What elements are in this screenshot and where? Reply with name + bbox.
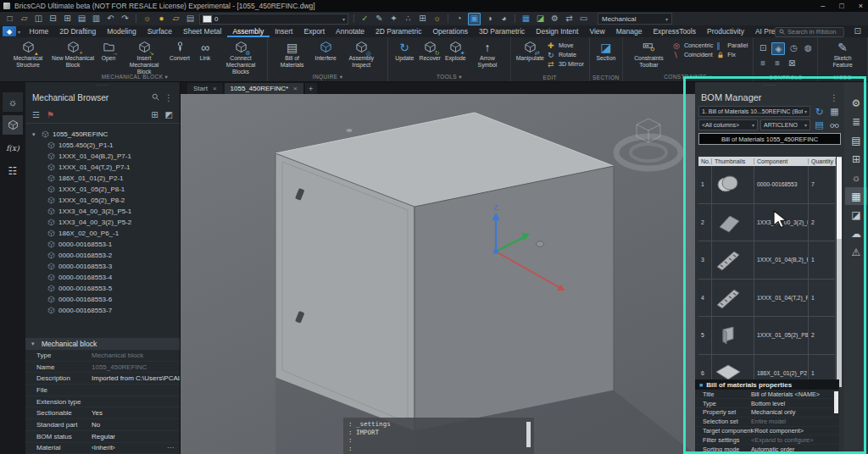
bom-row-1[interactable]: 10000-001685537 xyxy=(698,166,836,204)
recover-button[interactable]: ↻Recover xyxy=(417,39,442,62)
concentric-button[interactable]: ◎Concentric xyxy=(673,42,713,49)
bom-property-row-property-set[interactable]: Property setMechanical only xyxy=(695,408,839,418)
tree-node[interactable]: 0000-00168553-1 xyxy=(25,239,180,250)
app-menu-caret-icon[interactable]: ▾ xyxy=(18,29,20,35)
search-icon[interactable] xyxy=(152,93,159,102)
kebab-menu-icon[interactable]: ⋮ xyxy=(830,93,838,102)
close-button[interactable]: × xyxy=(859,2,863,10)
new-mechanical-block-button[interactable]: +New Mechanical Block xyxy=(50,39,96,69)
mechanical-browser-button[interactable]: ⚙ xyxy=(845,94,867,112)
bom-properties-scrollbar[interactable] xyxy=(834,391,838,413)
redo-button[interactable]: ↷ xyxy=(120,14,131,25)
rotate-button[interactable]: ↻Rotate xyxy=(548,51,584,58)
expand-all-button[interactable]: ⊞ xyxy=(151,110,158,119)
refresh-icon[interactable]: ↻ xyxy=(813,106,826,117)
bom-row-2[interactable]: 21XX3_04_00_3(2)_P52 xyxy=(698,204,836,242)
drawing-explorer-button[interactable]: ◪ xyxy=(535,14,546,25)
cabinet-model[interactable] xyxy=(275,113,614,431)
link-button[interactable]: ∞Link xyxy=(192,39,218,62)
document-tab-start[interactable]: Start× xyxy=(187,83,223,94)
bill-of-materials-button[interactable]: ▤Bill of Materials xyxy=(271,39,313,69)
tab-2d-drafting[interactable]: 2D Drafting xyxy=(54,25,102,37)
shade-mode-button[interactable]: ◔ xyxy=(453,14,465,25)
tree-root-node[interactable]: ▾1055_450REFINC xyxy=(25,129,180,140)
layers-panel-button[interactable]: ▤ xyxy=(845,131,867,149)
contrast-toggle-button[interactable]: ◩ xyxy=(165,110,173,119)
cabinet-right-face[interactable] xyxy=(415,166,614,431)
structure-tree-button[interactable]: ☷ xyxy=(3,161,23,180)
parallel-button[interactable]: ∥Parallel xyxy=(716,42,748,49)
kebab-menu-icon[interactable]: ⋮ xyxy=(164,93,173,102)
column-header-component[interactable]: Component xyxy=(754,158,809,164)
flag-filter-button[interactable]: ⚑ xyxy=(47,110,54,119)
publish-button[interactable]: ▥ xyxy=(91,14,102,25)
document-tab-1055-450refinc-[interactable]: 1055_450REFINC*× xyxy=(225,83,303,94)
tree-node[interactable]: 0000-00168553-5 xyxy=(25,283,180,294)
tree-node[interactable]: 0000-00168553-7 xyxy=(25,305,180,316)
slider-b-button[interactable]: ≡ xyxy=(771,58,783,69)
new-tab-button[interactable]: + xyxy=(305,83,317,94)
ribbon-search-input[interactable]: Search in Ribbon xyxy=(775,27,844,37)
bom-property-row-target-component[interactable]: Target component<Root component> xyxy=(695,427,839,436)
property-row-file[interactable]: File xyxy=(25,385,180,396)
column-header-no[interactable]: No. xyxy=(698,158,712,164)
dynamic-ucs-button[interactable]: ⊞ xyxy=(417,14,428,25)
slider-a-button[interactable]: ≡ xyxy=(757,58,769,69)
bom-row-3[interactable]: 31XXX_01_04(B,2)_P71 xyxy=(698,241,836,280)
settings-gear-button[interactable]: ⚙ xyxy=(549,14,560,25)
panel-grip[interactable]: ····· xyxy=(695,82,844,89)
mechanical-structure-button[interactable]: ▴Mechanical Structure xyxy=(6,39,50,69)
tree-node[interactable]: 1XX3_04_00_3(2)_P5-2 xyxy=(25,217,180,228)
ribbon-panel-toggle-icon[interactable]: ⊡ xyxy=(854,26,861,36)
fix-button[interactable]: Fix xyxy=(716,51,748,58)
properties-bulb-button[interactable]: ☼ xyxy=(3,92,23,112)
bom-row-4[interactable]: 41XXX_01_04(T,2)_P71 xyxy=(698,280,836,318)
tree-node[interactable]: 0000-00168553-3 xyxy=(25,261,180,272)
undo-button[interactable]: ↶ xyxy=(105,14,116,25)
bom-table-scrollbar[interactable] xyxy=(837,157,842,387)
property-row-sectionable[interactable]: SectionableYes xyxy=(25,407,180,419)
viewport-3d[interactable]: Z : _settings: IMPORT:: xyxy=(181,94,695,454)
workspace-dropdown[interactable]: Mechanical▾ xyxy=(598,13,672,25)
new-document-button[interactable]: □ xyxy=(4,14,15,25)
maximize-button[interactable]: □ xyxy=(839,2,843,10)
tab-3d-parametric[interactable]: 3D Parametric xyxy=(474,25,531,37)
parameters-fx-button[interactable]: f(x) xyxy=(3,138,23,158)
clean-screen-button[interactable]: ▭ xyxy=(578,14,589,25)
cloud-panel-button[interactable]: ☁ xyxy=(845,224,867,242)
constraints-toolbar-button[interactable]: Constraints Toolbar xyxy=(626,39,671,69)
layer-print-button[interactable]: ▤ xyxy=(185,14,196,25)
panel-grip[interactable]: ····· xyxy=(25,82,180,89)
tree-node[interactable]: 1XXX_01_05(2)_P8-2 xyxy=(25,195,180,206)
close-tab-icon[interactable]: × xyxy=(293,85,298,92)
column-header-quantity[interactable]: Quantity xyxy=(809,158,836,164)
bom-property-row-type[interactable]: TypeBottom level xyxy=(695,399,839,408)
layout-switch-button[interactable]: ⇄ xyxy=(564,14,575,25)
render-mode-button[interactable]: ◕ xyxy=(498,14,509,25)
warnings-panel-button[interactable]: ⚠ xyxy=(845,243,867,261)
find-binoculars-icon[interactable] xyxy=(828,119,841,130)
tree-node[interactable]: 186X_02_00_P6_-1 xyxy=(25,228,180,239)
perspective-toggle-button[interactable]: ◑ xyxy=(484,14,495,25)
bom-select-dropdown[interactable]: 1. Bill of Materials 10...50REFINC (Bott… xyxy=(698,106,810,117)
close-tab-icon[interactable]: × xyxy=(213,85,217,92)
tab-manage[interactable]: Manage xyxy=(610,25,648,37)
insert-table-icon[interactable]: ▦ xyxy=(828,106,841,117)
layer-freeze-button[interactable]: ● xyxy=(156,14,167,25)
property-row-extension-type[interactable]: Extension type xyxy=(25,396,180,408)
update-button[interactable]: ↻Update xyxy=(392,39,417,62)
tab-2d-parametric[interactable]: 2D Parametric xyxy=(370,25,427,37)
table-icon[interactable]: ▤ xyxy=(813,119,826,130)
entity-snap-button[interactable]: ∴ xyxy=(403,14,414,25)
annotate-pencil-button[interactable]: ✎ xyxy=(374,14,385,25)
minimize-button[interactable]: – xyxy=(821,2,825,10)
sort-field-dropdown[interactable]: ARTICLENO ▾ xyxy=(760,119,810,130)
manipulate-button[interactable]: ⇄Manipulate xyxy=(515,39,546,62)
tree-node[interactable]: 186X_01_01(2)_P2-1 xyxy=(25,173,180,184)
tree-node[interactable]: 1XXX_01_04(T,2)_P7-1 xyxy=(25,162,180,173)
parameters-manager-button[interactable]: ≣ xyxy=(845,113,867,130)
app-menu-button[interactable]: ◆ xyxy=(3,26,16,36)
layer-color-dropdown[interactable]: 0▾ xyxy=(199,14,348,25)
tab-insert[interactable]: Insert xyxy=(270,25,298,37)
tree-node[interactable]: 1XX3_04_00_3(2)_P5-1 xyxy=(25,206,180,217)
